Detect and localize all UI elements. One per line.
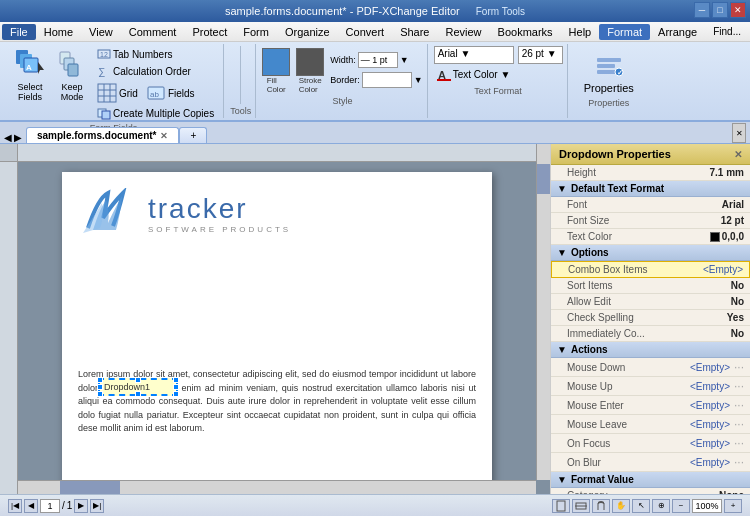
text-color-button[interactable]: A Text Color ▼ xyxy=(434,66,563,82)
mouse-up-dots[interactable]: ··· xyxy=(734,379,744,393)
svg-text:ab: ab xyxy=(150,90,159,99)
keep-mode-button[interactable]: KeepMode xyxy=(52,46,92,104)
maximize-button[interactable]: □ xyxy=(712,2,728,18)
prop-on-focus: On Focus <Empty> ··· xyxy=(551,434,750,453)
menu-protect[interactable]: Protect xyxy=(184,24,235,40)
on-blur-dots[interactable]: ··· xyxy=(734,455,744,469)
prop-immediately-co: Immediately Co... No xyxy=(551,326,750,342)
page-number-input[interactable] xyxy=(40,499,60,513)
svg-rect-26 xyxy=(557,501,565,511)
menu-bookmarks[interactable]: Bookmarks xyxy=(490,24,561,40)
doc-tab-sample[interactable]: sample.forms.document* ✕ xyxy=(26,127,179,143)
menu-share[interactable]: Share xyxy=(392,24,437,40)
section-actions[interactable]: ▼ Actions xyxy=(551,342,750,358)
horizontal-scrollbar[interactable] xyxy=(0,480,536,494)
prop-font-size: Font Size 12 pt xyxy=(551,213,750,229)
handle-tm[interactable] xyxy=(135,377,141,383)
handle-bm[interactable] xyxy=(135,391,141,397)
fit-width-button[interactable] xyxy=(572,499,590,513)
tab-prev-button[interactable]: ◀ xyxy=(4,132,12,143)
menu-convert[interactable]: Convert xyxy=(338,24,393,40)
select-fields-button[interactable]: A SelectFields xyxy=(10,46,50,104)
menu-arrange[interactable]: Arrange xyxy=(650,24,705,40)
hand-tool-button[interactable]: ✋ xyxy=(612,499,630,513)
menu-form[interactable]: Form xyxy=(235,24,277,40)
rotate-button[interactable] xyxy=(592,499,610,513)
border-dropdown-arrow[interactable]: ▼ xyxy=(414,75,423,85)
section-options[interactable]: ▼ Options xyxy=(551,245,750,261)
minimize-button[interactable]: ─ xyxy=(694,2,710,18)
text-color-label: Text Color ▼ xyxy=(453,69,511,80)
handle-tr[interactable] xyxy=(173,377,179,383)
tab-close-panel[interactable]: ✕ xyxy=(732,123,746,143)
fit-page-button[interactable] xyxy=(552,499,570,513)
handle-mr[interactable] xyxy=(173,384,179,390)
mouse-down-dots[interactable]: ··· xyxy=(734,360,744,374)
doc-tab-close[interactable]: ✕ xyxy=(160,131,168,141)
menu-view[interactable]: View xyxy=(81,24,121,40)
next-page-button[interactable]: ▶ xyxy=(74,499,88,513)
ribbon-group-text-format: Arial ▼ 26 pt ▼ A Text Color ▼ Text Form… xyxy=(430,44,568,118)
zoom-out-button[interactable]: − xyxy=(672,499,690,513)
prop-height-value: 7.1 mm xyxy=(710,167,744,178)
select-tool-button[interactable]: ↖ xyxy=(632,499,650,513)
mouse-leave-dots[interactable]: ··· xyxy=(734,417,744,431)
properties-group-label: Properties xyxy=(588,98,629,108)
dropdown-field[interactable]: Dropdown1 xyxy=(98,378,178,396)
svg-text:A: A xyxy=(26,63,32,72)
tab-next-button[interactable]: ▶ xyxy=(14,132,22,143)
panel-close-button[interactable]: ✕ xyxy=(734,149,742,160)
properties-button[interactable]: ✓ Properties xyxy=(578,48,640,96)
border-label: Border: xyxy=(330,75,360,85)
page-separator: / xyxy=(62,500,65,511)
doc-tab-new[interactable]: + xyxy=(179,127,207,143)
font-size-dropdown[interactable]: 26 pt ▼ xyxy=(518,46,563,64)
close-button[interactable]: ✕ xyxy=(730,2,746,18)
menu-comment[interactable]: Comment xyxy=(121,24,185,40)
marquee-zoom-button[interactable]: ⊕ xyxy=(652,499,670,513)
border-input[interactable] xyxy=(362,72,412,88)
tab-numbers-button[interactable]: 12 Tab Numbers xyxy=(94,46,217,62)
panel-header: Dropdown Properties ✕ xyxy=(551,144,750,165)
ribbon-small-group: 12 Tab Numbers ∑ Calculation Order Grid … xyxy=(94,46,217,121)
prev-page-button[interactable]: ◀ xyxy=(24,499,38,513)
create-multiple-copies-button[interactable]: Create Multiple Copies xyxy=(94,105,217,121)
menu-help[interactable]: Help xyxy=(561,24,600,40)
zoom-in-button[interactable]: + xyxy=(724,499,742,513)
document-area: tracker SOFTWARE PRODUCTS Dropdown1 xyxy=(0,144,550,494)
font-family-dropdown[interactable]: Arial ▼ xyxy=(434,46,514,64)
handle-ml[interactable] xyxy=(97,384,103,390)
menu-find[interactable]: Find... xyxy=(705,24,749,39)
section-format-value[interactable]: ▼ Format Value xyxy=(551,472,750,488)
prop-allow-edit: Allow Edit No xyxy=(551,294,750,310)
grid-button[interactable]: Grid xyxy=(94,82,141,104)
fill-color-swatch[interactable] xyxy=(262,48,290,76)
zoom-level-input[interactable] xyxy=(692,499,722,513)
prop-category: Category None xyxy=(551,488,750,494)
section-default-text-format[interactable]: ▼ Default Text Format xyxy=(551,181,750,197)
last-page-button[interactable]: ▶| xyxy=(90,499,104,513)
menu-organize[interactable]: Organize xyxy=(277,24,338,40)
menu-home[interactable]: Home xyxy=(36,24,81,40)
prop-combo-box-items[interactable]: Combo Box Items <Empty> xyxy=(551,261,750,278)
menu-review[interactable]: Review xyxy=(437,24,489,40)
width-dropdown-arrow[interactable]: ▼ xyxy=(400,55,409,65)
width-input[interactable]: — 1 pt xyxy=(358,52,398,68)
menu-format[interactable]: Format xyxy=(599,24,650,40)
calculation-order-button[interactable]: ∑ Calculation Order xyxy=(94,63,217,79)
stroke-color-swatch[interactable] xyxy=(296,48,324,76)
stroke-color-label: StrokeColor xyxy=(299,76,322,94)
fields-button[interactable]: ab Fields xyxy=(143,82,198,104)
mouse-enter-dots[interactable]: ··· xyxy=(734,398,744,412)
on-focus-dots[interactable]: ··· xyxy=(734,436,744,450)
handle-bl[interactable] xyxy=(97,391,103,397)
handle-tl[interactable] xyxy=(97,377,103,383)
doc-scroll-container[interactable]: tracker SOFTWARE PRODUCTS Dropdown1 xyxy=(18,162,536,480)
page-navigation: |◀ ◀ / 1 ▶ ▶| xyxy=(8,499,104,513)
status-bar: |◀ ◀ / 1 ▶ ▶| ✋ ↖ ⊕ − + xyxy=(0,494,750,516)
menu-file[interactable]: File xyxy=(2,24,36,40)
title-bar-section: Form Tools xyxy=(476,6,525,17)
vertical-scrollbar[interactable] xyxy=(536,144,550,480)
handle-br[interactable] xyxy=(173,391,179,397)
first-page-button[interactable]: |◀ xyxy=(8,499,22,513)
